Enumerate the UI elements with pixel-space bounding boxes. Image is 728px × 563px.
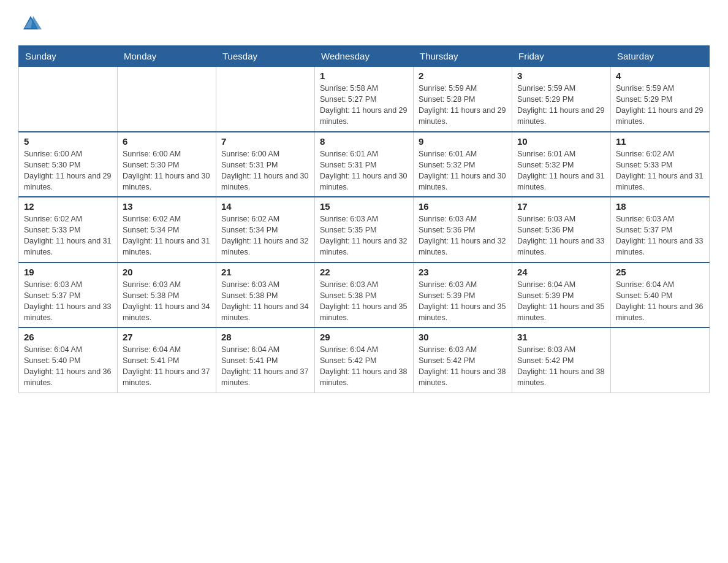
day-number: 10	[517, 136, 605, 147]
calendar-day-cell	[611, 327, 710, 393]
day-sun-info: Sunrise: 6:03 AMSunset: 5:42 PMDaylight:…	[517, 344, 605, 389]
calendar-week-row: 5Sunrise: 6:00 AMSunset: 5:30 PMDaylight…	[19, 132, 710, 197]
day-of-week-header: Thursday	[414, 46, 512, 67]
day-number: 1	[320, 71, 408, 81]
calendar-day-cell: 1Sunrise: 5:58 AMSunset: 5:27 PMDaylight…	[315, 67, 414, 132]
day-of-week-header: Friday	[512, 46, 611, 67]
day-sun-info: Sunrise: 6:04 AMSunset: 5:42 PMDaylight:…	[320, 344, 408, 389]
calendar-day-cell: 17Sunrise: 6:03 AMSunset: 5:36 PMDayligh…	[512, 197, 611, 262]
calendar-day-cell: 12Sunrise: 6:02 AMSunset: 5:33 PMDayligh…	[19, 197, 118, 262]
day-sun-info: Sunrise: 6:03 AMSunset: 5:36 PMDaylight:…	[419, 213, 507, 258]
calendar-day-cell: 18Sunrise: 6:03 AMSunset: 5:37 PMDayligh…	[611, 197, 710, 262]
day-number: 18	[616, 201, 704, 212]
day-number: 7	[221, 136, 309, 147]
day-number: 9	[419, 136, 507, 147]
calendar-week-row: 12Sunrise: 6:02 AMSunset: 5:33 PMDayligh…	[19, 197, 710, 262]
day-sun-info: Sunrise: 6:02 AMSunset: 5:34 PMDaylight:…	[221, 213, 309, 258]
day-number: 4	[616, 71, 704, 81]
calendar-day-cell: 2Sunrise: 5:59 AMSunset: 5:28 PMDaylight…	[414, 67, 512, 132]
day-of-week-header: Monday	[118, 46, 216, 67]
day-of-week-header: Sunday	[19, 46, 118, 67]
calendar-day-cell: 23Sunrise: 6:03 AMSunset: 5:39 PMDayligh…	[414, 262, 512, 328]
day-number: 30	[419, 332, 507, 342]
day-number: 5	[24, 136, 112, 147]
calendar-day-cell: 6Sunrise: 6:00 AMSunset: 5:30 PMDaylight…	[118, 132, 216, 197]
day-sun-info: Sunrise: 6:03 AMSunset: 5:37 PMDaylight:…	[616, 213, 704, 258]
day-number: 24	[517, 267, 605, 277]
calendar-day-cell: 22Sunrise: 6:03 AMSunset: 5:38 PMDayligh…	[315, 262, 414, 328]
day-number: 23	[419, 267, 507, 277]
day-number: 16	[419, 201, 507, 212]
day-sun-info: Sunrise: 5:58 AMSunset: 5:27 PMDaylight:…	[320, 83, 408, 128]
calendar-day-cell: 10Sunrise: 6:01 AMSunset: 5:32 PMDayligh…	[512, 132, 611, 197]
day-number: 14	[221, 201, 309, 212]
day-sun-info: Sunrise: 6:02 AMSunset: 5:33 PMDaylight:…	[24, 213, 112, 258]
calendar-day-cell: 21Sunrise: 6:03 AMSunset: 5:38 PMDayligh…	[216, 262, 315, 328]
calendar-day-cell: 31Sunrise: 6:03 AMSunset: 5:42 PMDayligh…	[512, 327, 611, 393]
day-sun-info: Sunrise: 6:01 AMSunset: 5:32 PMDaylight:…	[517, 148, 605, 193]
calendar-day-cell: 15Sunrise: 6:03 AMSunset: 5:35 PMDayligh…	[315, 197, 414, 262]
day-sun-info: Sunrise: 6:03 AMSunset: 5:36 PMDaylight:…	[517, 213, 605, 258]
calendar-day-cell	[118, 67, 216, 132]
day-number: 15	[320, 201, 408, 212]
calendar-header-row: SundayMondayTuesdayWednesdayThursdayFrid…	[19, 46, 710, 67]
calendar-day-cell: 25Sunrise: 6:04 AMSunset: 5:40 PMDayligh…	[611, 262, 710, 328]
day-sun-info: Sunrise: 5:59 AMSunset: 5:29 PMDaylight:…	[616, 83, 704, 128]
day-sun-info: Sunrise: 6:03 AMSunset: 5:38 PMDaylight:…	[320, 279, 408, 324]
day-sun-info: Sunrise: 6:02 AMSunset: 5:33 PMDaylight:…	[616, 148, 704, 193]
day-sun-info: Sunrise: 6:01 AMSunset: 5:31 PMDaylight:…	[320, 148, 408, 193]
calendar-day-cell: 3Sunrise: 5:59 AMSunset: 5:29 PMDaylight…	[512, 67, 611, 132]
day-sun-info: Sunrise: 6:00 AMSunset: 5:30 PMDaylight:…	[24, 148, 112, 193]
day-of-week-header: Wednesday	[315, 46, 414, 67]
calendar-day-cell: 11Sunrise: 6:02 AMSunset: 5:33 PMDayligh…	[611, 132, 710, 197]
calendar-day-cell: 20Sunrise: 6:03 AMSunset: 5:38 PMDayligh…	[118, 262, 216, 328]
day-number: 25	[616, 267, 704, 277]
calendar-week-row: 19Sunrise: 6:03 AMSunset: 5:37 PMDayligh…	[19, 262, 710, 328]
day-sun-info: Sunrise: 6:00 AMSunset: 5:30 PMDaylight:…	[123, 148, 211, 193]
calendar-week-row: 1Sunrise: 5:58 AMSunset: 5:27 PMDaylight…	[19, 67, 710, 132]
svg-marker-2	[31, 16, 42, 29]
calendar-day-cell: 5Sunrise: 6:00 AMSunset: 5:30 PMDaylight…	[19, 132, 118, 197]
day-number: 20	[123, 267, 211, 277]
day-sun-info: Sunrise: 5:59 AMSunset: 5:28 PMDaylight:…	[419, 83, 507, 128]
day-sun-info: Sunrise: 6:04 AMSunset: 5:40 PMDaylight:…	[24, 344, 112, 389]
calendar-day-cell: 9Sunrise: 6:01 AMSunset: 5:32 PMDaylight…	[414, 132, 512, 197]
calendar-day-cell: 26Sunrise: 6:04 AMSunset: 5:40 PMDayligh…	[19, 327, 118, 393]
day-sun-info: Sunrise: 6:03 AMSunset: 5:37 PMDaylight:…	[24, 279, 112, 324]
calendar-table: SundayMondayTuesdayWednesdayThursdayFrid…	[18, 45, 710, 393]
day-number: 13	[123, 201, 211, 212]
calendar-day-cell: 13Sunrise: 6:02 AMSunset: 5:34 PMDayligh…	[118, 197, 216, 262]
day-number: 27	[123, 332, 211, 342]
day-sun-info: Sunrise: 6:03 AMSunset: 5:38 PMDaylight:…	[221, 279, 309, 324]
day-number: 19	[24, 267, 112, 277]
day-number: 12	[24, 201, 112, 212]
day-number: 11	[616, 136, 704, 147]
day-sun-info: Sunrise: 6:04 AMSunset: 5:40 PMDaylight:…	[616, 279, 704, 324]
day-sun-info: Sunrise: 6:03 AMSunset: 5:39 PMDaylight:…	[419, 279, 507, 324]
calendar-week-row: 26Sunrise: 6:04 AMSunset: 5:40 PMDayligh…	[19, 327, 710, 393]
calendar-day-cell: 24Sunrise: 6:04 AMSunset: 5:39 PMDayligh…	[512, 262, 611, 328]
day-sun-info: Sunrise: 6:03 AMSunset: 5:38 PMDaylight:…	[123, 279, 211, 324]
day-number: 8	[320, 136, 408, 147]
logo-icon	[20, 12, 42, 34]
day-sun-info: Sunrise: 6:03 AMSunset: 5:42 PMDaylight:…	[419, 344, 507, 389]
day-sun-info: Sunrise: 6:04 AMSunset: 5:41 PMDaylight:…	[221, 344, 309, 389]
day-number: 22	[320, 267, 408, 277]
day-number: 2	[419, 71, 507, 81]
page-header	[18, 12, 710, 34]
day-sun-info: Sunrise: 6:02 AMSunset: 5:34 PMDaylight:…	[123, 213, 211, 258]
day-sun-info: Sunrise: 6:00 AMSunset: 5:31 PMDaylight:…	[221, 148, 309, 193]
day-number: 31	[517, 332, 605, 342]
day-sun-info: Sunrise: 6:01 AMSunset: 5:32 PMDaylight:…	[419, 148, 507, 193]
day-number: 26	[24, 332, 112, 342]
calendar-day-cell: 28Sunrise: 6:04 AMSunset: 5:41 PMDayligh…	[216, 327, 315, 393]
day-number: 29	[320, 332, 408, 342]
calendar-day-cell: 4Sunrise: 5:59 AMSunset: 5:29 PMDaylight…	[611, 67, 710, 132]
calendar-day-cell	[216, 67, 315, 132]
day-of-week-header: Tuesday	[216, 46, 315, 67]
calendar-day-cell: 29Sunrise: 6:04 AMSunset: 5:42 PMDayligh…	[315, 327, 414, 393]
calendar-day-cell: 19Sunrise: 6:03 AMSunset: 5:37 PMDayligh…	[19, 262, 118, 328]
logo	[18, 12, 43, 34]
calendar-day-cell: 7Sunrise: 6:00 AMSunset: 5:31 PMDaylight…	[216, 132, 315, 197]
calendar-day-cell: 16Sunrise: 6:03 AMSunset: 5:36 PMDayligh…	[414, 197, 512, 262]
